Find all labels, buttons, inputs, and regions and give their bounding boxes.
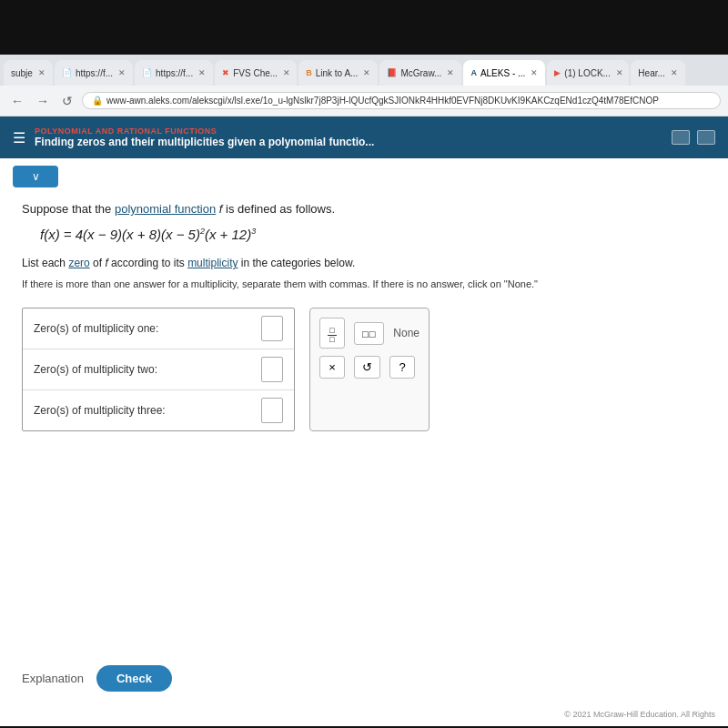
dots-icon: □□: [362, 329, 376, 339]
tab-favicon: 📄: [142, 68, 152, 77]
hamburger-icon[interactable]: ☰: [13, 129, 25, 147]
tab-favicon: A: [470, 68, 477, 77]
aleks-title: Finding zeros and their multiplicities g…: [35, 136, 662, 148]
multiplicity-link[interactable]: multiplicity: [187, 257, 238, 269]
copyright-text: © 2021 McGraw-Hill Education. All Rights: [564, 710, 715, 719]
answer-row-one: Zero(s) of multiplicity one:: [23, 308, 294, 349]
answer-row-two: Zero(s) of multiplicity two:: [23, 349, 294, 390]
tab-mcgraw[interactable]: 📕 McGraw... ✕: [379, 60, 461, 86]
tab-label: https://f...: [76, 68, 113, 78]
refresh-button[interactable]: ↺: [58, 92, 76, 110]
main-content: Suppose that the polynomial function f i…: [0, 195, 728, 450]
tab-close-icon[interactable]: ✕: [447, 68, 454, 77]
tab-favicon: ✖: [222, 68, 229, 77]
tab-lock[interactable]: ▶ (1) LOCK... ✕: [547, 60, 629, 86]
bottom-bar: Explanation Check: [0, 656, 728, 701]
tab-close-icon[interactable]: ✕: [616, 68, 623, 77]
top-bezel: [0, 0, 728, 55]
tab-label: https://f...: [156, 68, 193, 78]
tab-fvs[interactable]: ✖ FVS Che... ✕: [215, 60, 297, 86]
url-text: www-awn.aleks.com/alekscgi/x/lsl.exe/1o_…: [106, 96, 659, 106]
none-button[interactable]: None: [393, 327, 420, 339]
lock-icon: 🔒: [92, 96, 103, 106]
tab-close-icon[interactable]: ✕: [283, 68, 290, 77]
formula-display: f(x) = 4(x − 9)(x + 8)(x − 5)2(x + 12)3: [40, 227, 706, 242]
aleks-nav-icons: [672, 130, 715, 145]
explanation-button[interactable]: Explanation: [22, 672, 84, 685]
multiplicity-two-label: Zero(s) of multiplicity two:: [34, 363, 252, 376]
tab-label: Hear...: [638, 68, 664, 78]
aleks-topbar: ☰ POLYNOMIAL AND RATIONAL FUNCTIONS Find…: [0, 116, 728, 158]
tab-aleks[interactable]: A ALEKS - ... ✕: [463, 60, 545, 86]
keypad-row-1: □ □ □□ None: [319, 318, 420, 349]
tab-label: (1) LOCK...: [564, 68, 611, 78]
tab-label: McGraw...: [400, 68, 441, 78]
zero-link[interactable]: zero: [68, 257, 89, 269]
collapse-button[interactable]: ∨: [13, 166, 58, 187]
dots-button[interactable]: □□: [354, 322, 384, 345]
undo-button[interactable]: ↺: [354, 356, 380, 379]
aleks-category: POLYNOMIAL AND RATIONAL FUNCTIONS: [35, 126, 662, 136]
instruction-1: List each zero of f according to its mul…: [22, 257, 706, 269]
instruction-2: If there is more than one answer for a m…: [22, 278, 706, 289]
polynomial-function-link[interactable]: polynomial function: [115, 202, 216, 216]
tab-favicon: 📄: [62, 68, 72, 77]
multiplicity-one-input[interactable]: [261, 316, 283, 341]
aleks-app: ☰ POLYNOMIAL AND RATIONAL FUNCTIONS Find…: [0, 116, 728, 726]
tab-https1[interactable]: 📄 https://f... ✕: [55, 60, 133, 86]
browser-window: subje ✕ 📄 https://f... ✕ 📄 https://f... …: [0, 55, 728, 726]
answer-table: Zero(s) of multiplicity one: Zero(s) of …: [22, 308, 295, 431]
multiplicity-three-input[interactable]: [261, 398, 283, 423]
multiplicity-one-label: Zero(s) of multiplicity one:: [34, 322, 252, 335]
tab-close-icon[interactable]: ✕: [198, 68, 206, 77]
nav-icon-2[interactable]: [697, 130, 715, 145]
address-bar: ← → ↺ 🔒 www-awn.aleks.com/alekscgi/x/lsl…: [0, 86, 728, 116]
aleks-topbar-info: POLYNOMIAL AND RATIONAL FUNCTIONS Findin…: [35, 126, 662, 148]
tab-label: subje: [11, 68, 33, 78]
tab-link[interactable]: B Link to A... ✕: [298, 60, 378, 86]
tab-close-icon[interactable]: ✕: [531, 68, 538, 77]
intro-paragraph: Suppose that the polynomial function f i…: [22, 202, 706, 216]
tab-label: FVS Che...: [233, 68, 278, 78]
nav-icon-1[interactable]: [672, 130, 690, 145]
tab-bar: subje ✕ 📄 https://f... ✕ 📄 https://f... …: [0, 55, 728, 86]
fraction-icon: □ □: [328, 327, 336, 344]
tab-hear[interactable]: Hear... ✕: [631, 60, 684, 86]
tab-favicon: B: [306, 68, 312, 77]
keypad-row-2: × ↺ ?: [319, 356, 420, 379]
back-button[interactable]: ←: [7, 92, 27, 110]
tab-favicon: ▶: [554, 68, 561, 77]
tab-close-icon[interactable]: ✕: [118, 68, 126, 77]
answer-row-three: Zero(s) of multiplicity three:: [23, 390, 294, 430]
tab-https2[interactable]: 📄 https://f... ✕: [135, 60, 213, 86]
tab-subje[interactable]: subje ✕: [4, 60, 53, 86]
tab-favicon: 📕: [387, 68, 397, 77]
multiplicity-two-input[interactable]: [261, 357, 283, 382]
url-bar[interactable]: 🔒 www-awn.aleks.com/alekscgi/x/lsl.exe/1…: [82, 92, 721, 109]
multiplicity-three-label: Zero(s) of multiplicity three:: [34, 404, 252, 417]
tab-label: ALEKS - ...: [480, 68, 525, 78]
tab-close-icon[interactable]: ✕: [671, 68, 678, 77]
forward-button[interactable]: →: [33, 92, 53, 110]
answer-section: Zero(s) of multiplicity one: Zero(s) of …: [22, 308, 706, 431]
keypad: □ □ □□ None × ↺ ?: [309, 308, 430, 431]
fraction-button[interactable]: □ □: [319, 318, 345, 349]
tab-close-icon[interactable]: ✕: [363, 68, 370, 77]
check-button[interactable]: Check: [96, 665, 172, 692]
times-button[interactable]: ×: [319, 356, 345, 379]
tab-label: Link to A...: [316, 68, 359, 78]
tab-close-icon[interactable]: ✕: [38, 68, 46, 77]
help-button[interactable]: ?: [389, 356, 415, 379]
